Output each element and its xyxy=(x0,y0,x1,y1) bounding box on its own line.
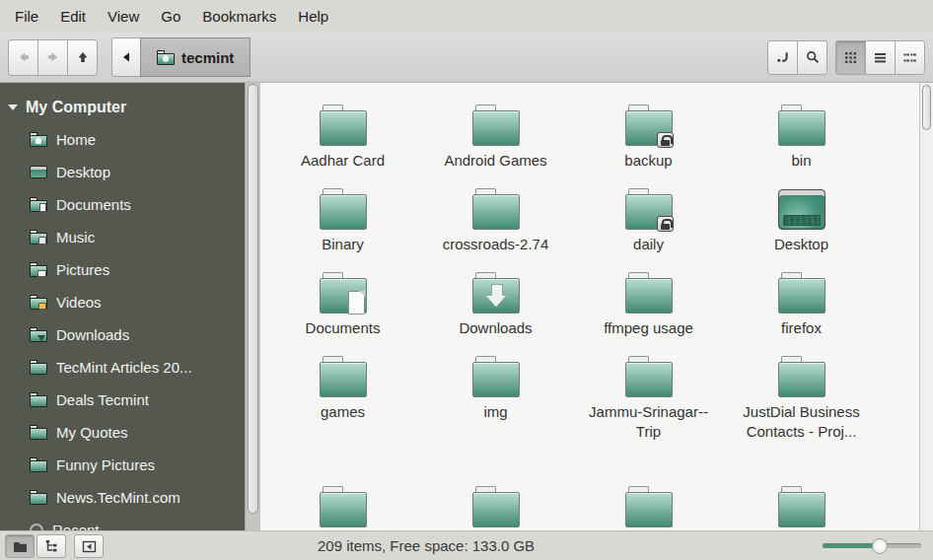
folder-icon xyxy=(472,486,520,527)
sidebar-item-documents[interactable]: Documents xyxy=(0,188,245,221)
sidebar-item-my-quotes[interactable]: My Quotes xyxy=(0,416,245,449)
file-view: Aadhar Card Android Games backup bin Bin… xyxy=(260,83,933,530)
search-button[interactable] xyxy=(797,40,827,75)
places-pane-icon xyxy=(13,540,28,553)
file-backup[interactable]: backup xyxy=(572,93,725,176)
tab-label: tecmint xyxy=(181,49,234,66)
sidebar-item-tecmint-articles-20[interactable]: TecMint Articles 20... xyxy=(0,351,245,384)
folder-download-icon xyxy=(472,272,520,314)
forward-arrow-icon xyxy=(45,49,61,65)
file-folder-partial[interactable] xyxy=(725,474,878,530)
zoom-slider-track[interactable] xyxy=(823,543,921,548)
menu-help[interactable]: Help xyxy=(287,3,339,30)
sidebar-scrollbar[interactable] xyxy=(245,83,260,530)
compact-view-button[interactable] xyxy=(895,40,925,75)
sidebar-header-label: My Computer xyxy=(26,99,126,116)
file-label: bin xyxy=(791,151,811,171)
file-folder-partial[interactable] xyxy=(419,474,572,530)
menu-bookmarks[interactable]: Bookmarks xyxy=(191,3,287,30)
folder-icon xyxy=(625,356,673,397)
file-documents[interactable]: Documents xyxy=(266,260,419,344)
up-button[interactable] xyxy=(67,39,98,76)
file-folder-partial[interactable] xyxy=(572,474,725,530)
sidebar-item-label: News.TecMint.com xyxy=(56,489,180,506)
menu-file[interactable]: File xyxy=(4,3,49,30)
file-games[interactable]: games xyxy=(266,344,419,474)
compact-view-icon xyxy=(902,50,917,65)
file-daily[interactable]: daily xyxy=(572,176,725,260)
tab-bar: tecmint xyxy=(111,37,251,77)
tree-pane-button[interactable] xyxy=(36,534,66,558)
desktop-icon xyxy=(30,165,47,179)
file-view-scrollbar-thumb[interactable] xyxy=(922,85,931,130)
sidebar-item-label: Pictures xyxy=(56,261,109,278)
file-label: crossroads-2.74 xyxy=(443,235,549,254)
file-view-scrollbar[interactable] xyxy=(919,83,933,530)
file-desktop[interactable]: Desktop xyxy=(725,176,878,260)
sidebar-item-deals-tecmint[interactable]: Deals Tecmint xyxy=(0,384,245,416)
file-android-games[interactable]: Android Games xyxy=(419,93,572,176)
files-grid: Aadhar Card Android Games backup bin Bin… xyxy=(260,83,919,530)
sidebar-item-funny-pictures[interactable]: Funny Pictures xyxy=(0,449,245,481)
sidebar-item-label: Deals Tecmint xyxy=(56,391,149,408)
file-label: backup xyxy=(624,151,672,171)
tree-pane-icon xyxy=(44,539,59,553)
hide-sidebar-button[interactable] xyxy=(74,534,104,558)
folder-icon xyxy=(320,188,367,230)
list-view-icon xyxy=(873,50,888,65)
menu-go[interactable]: Go xyxy=(150,3,191,30)
file-label: JustDial Business Contacts - Proj... xyxy=(740,402,864,442)
places-pane-button[interactable] xyxy=(5,534,35,558)
file-label: games xyxy=(321,402,365,422)
folder-icon xyxy=(30,457,47,472)
sidebar-item-label: TecMint Articles 20... xyxy=(56,359,192,376)
desktop-icon xyxy=(778,188,825,230)
file-justdial-business-contacts-proj[interactable]: JustDial Business Contacts - Proj... xyxy=(725,344,878,474)
file-folder-partial[interactable] xyxy=(266,474,419,530)
sidebar-item-label: Documents xyxy=(56,196,131,213)
folder-icon xyxy=(30,360,47,375)
forward-button[interactable] xyxy=(37,39,68,76)
file-binary[interactable]: Binary xyxy=(266,176,419,260)
sidebar-item-downloads[interactable]: Downloads xyxy=(0,318,245,351)
navigation-buttons xyxy=(8,39,98,76)
menu-view[interactable]: View xyxy=(97,3,150,30)
tab-tecmint[interactable]: tecmint xyxy=(140,37,251,77)
list-view-button[interactable] xyxy=(865,40,896,75)
folder-icon xyxy=(778,105,825,146)
file-jammu-srinagar-trip[interactable]: Jammu-Srinagar--Trip xyxy=(572,344,725,474)
file-downloads[interactable]: Downloads xyxy=(419,260,572,344)
sidebar-item-news-tecmint-com[interactable]: News.TecMint.com xyxy=(0,481,245,514)
icon-view-button[interactable] xyxy=(835,40,866,75)
menubar: FileEditViewGoBookmarksHelp xyxy=(0,0,933,33)
folder-icon xyxy=(30,490,47,505)
menu-edit[interactable]: Edit xyxy=(49,3,97,30)
sidebar-scrollbar-thumb[interactable] xyxy=(248,84,258,514)
statusbar: 209 items, Free space: 133.0 GB xyxy=(0,530,933,560)
home-folder-icon xyxy=(30,132,47,147)
file-firefox[interactable]: firefox xyxy=(725,260,878,344)
sidebar-item-desktop[interactable]: Desktop xyxy=(0,156,245,188)
back-button[interactable] xyxy=(8,39,38,76)
tab-scroll-left-button[interactable] xyxy=(111,37,141,77)
zoom-slider-handle[interactable] xyxy=(872,538,888,554)
file-bin[interactable]: bin xyxy=(725,93,878,176)
sidebar-item-videos[interactable]: Videos xyxy=(0,286,245,318)
file-ffmpeg-usage[interactable]: ffmpeg usage xyxy=(572,260,725,344)
file-crossroads-2-74[interactable]: crossroads-2.74 xyxy=(419,176,572,260)
jump-to-location-button[interactable] xyxy=(767,40,798,75)
file-aadhar-card[interactable]: Aadhar Card xyxy=(266,93,419,176)
sidebar-header-my-computer[interactable]: My Computer xyxy=(0,91,245,123)
file-label: Android Games xyxy=(444,151,546,171)
sidebar-item-home[interactable]: Home xyxy=(0,123,245,156)
folder-icon xyxy=(30,425,47,440)
file-label: Aadhar Card xyxy=(301,151,385,171)
sidebar-item-music[interactable]: Music xyxy=(0,221,245,253)
file-img[interactable]: img xyxy=(419,344,572,474)
up-arrow-icon xyxy=(75,49,91,65)
zoom-slider[interactable] xyxy=(823,531,921,560)
sidebar-item-pictures[interactable]: Pictures xyxy=(0,253,245,286)
folder-icon xyxy=(778,356,825,397)
sidebar-item-recent[interactable]: Recent xyxy=(0,514,245,530)
collapse-triangle-icon xyxy=(8,105,18,110)
